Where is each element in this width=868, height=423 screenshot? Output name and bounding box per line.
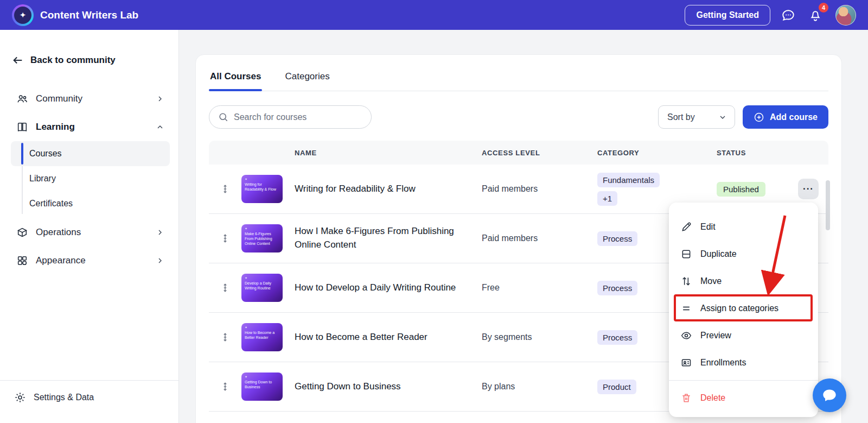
notifications-button[interactable]: 4 (808, 7, 825, 23)
app-logo-icon: ✦ (12, 4, 34, 26)
tab-label: All Courses (210, 71, 261, 81)
active-item-indicator (21, 143, 23, 165)
sidebar-item-label: Operations (36, 227, 81, 238)
scrollbar-thumb[interactable] (826, 180, 830, 230)
tab-categories[interactable]: Categories (284, 71, 330, 91)
chevron-right-icon (156, 256, 164, 265)
access-level: By plans (482, 382, 597, 392)
back-to-community-label: Back to community (30, 55, 116, 66)
course-name: Writing for Readability & Flow (295, 182, 482, 196)
menu-item-move[interactable]: Move (669, 268, 818, 295)
getting-started-button[interactable]: Getting Started (685, 5, 770, 26)
drag-handle-icon[interactable] (209, 382, 241, 392)
messages-button[interactable] (781, 7, 797, 23)
sidebar-item-label: Certificates (29, 199, 73, 209)
pencil-icon (681, 222, 692, 232)
access-level: Paid members (482, 184, 597, 194)
sparkle-icon: ✦ (245, 375, 279, 378)
active-tab-indicator (209, 89, 262, 91)
plus-circle-icon (754, 112, 764, 123)
chevron-down-icon (718, 113, 727, 122)
status-badge: Published (717, 182, 765, 197)
sidebar-item-library[interactable]: Library (11, 166, 170, 191)
category-overflow-badge: +1 (597, 191, 617, 206)
sidebar-item-label: Library (29, 174, 56, 184)
course-name: Getting Down to Business (295, 380, 482, 394)
toolbar-actions: Sort by Add course (658, 105, 828, 129)
people-icon (16, 93, 28, 105)
chevron-right-icon (156, 228, 164, 237)
layout-grid-icon (16, 255, 28, 267)
back-to-community-link[interactable]: Back to community (12, 54, 170, 66)
sidebar-item-certificates[interactable]: Certificates (11, 191, 170, 216)
course-thumbnail: ✦ Develop a Daily Writing Routine (241, 274, 283, 302)
drag-handle-icon[interactable] (209, 233, 241, 243)
course-thumbnail: ✦ How to Become a Better Reader (241, 323, 283, 351)
menu-item-label: Duplicate (700, 249, 737, 259)
search-box[interactable] (209, 105, 372, 129)
sparkle-icon: ✦ (245, 227, 279, 230)
course-name: How to Develop a Daily Writing Routine (295, 281, 482, 295)
category-badge: Process (597, 281, 637, 295)
eye-icon (681, 330, 692, 341)
equals-icon (681, 303, 692, 314)
notification-count-badge: 4 (819, 3, 828, 12)
menu-item-delete[interactable]: Delete (669, 384, 818, 412)
topbar: ✦ Content Writers Lab Getting Started (0, 0, 868, 30)
chat-widget-button[interactable] (813, 378, 846, 412)
menu-item-edit[interactable]: Edit (669, 213, 818, 241)
row-actions-button[interactable]: ··· (798, 179, 819, 199)
toolbar: Sort by Add course (209, 105, 828, 129)
menu-item-duplicate[interactable]: Duplicate (669, 241, 818, 268)
sparkle-icon: ✦ (14, 7, 31, 24)
chevron-right-icon (156, 94, 164, 103)
tab-all-courses[interactable]: All Courses (209, 71, 262, 91)
thumbnail-title: How to Become a Better Reader (245, 330, 279, 340)
trash-icon (681, 393, 692, 403)
sort-by-select[interactable]: Sort by (658, 105, 735, 129)
course-name: How to Become a Better Reader (295, 331, 482, 344)
settings-label: Settings & Data (34, 393, 94, 402)
sidebar-item-label: Community (36, 93, 82, 104)
course-thumbnail: ✦ Getting Down to Business (241, 373, 283, 401)
tabs-bar: All Courses Categories (209, 55, 828, 91)
access-level: Paid members (482, 233, 597, 243)
drag-handle-icon[interactable] (209, 184, 241, 194)
sidebar-item-label: Learning (36, 122, 75, 132)
app-title: Content Writers Lab (40, 9, 138, 21)
chat-bubble-icon (781, 8, 797, 22)
thumbnail-title: Develop a Daily Writing Routine (245, 281, 279, 291)
sort-by-label: Sort by (667, 112, 695, 122)
menu-item-preview[interactable]: Preview (669, 322, 818, 349)
menu-item-label: Move (700, 276, 722, 286)
category-badge: Fundamentals (597, 173, 660, 187)
add-course-button[interactable]: Add course (743, 105, 828, 129)
access-level: Free (482, 283, 597, 293)
sidebar-item-operations[interactable]: Operations (11, 218, 170, 247)
id-badge-icon (681, 357, 692, 368)
settings-and-data-link[interactable]: Settings & Data (0, 380, 178, 423)
table-header-row: NAME ACCESS LEVEL CATEGORY STATUS (209, 141, 828, 165)
drag-handle-icon[interactable] (209, 283, 241, 293)
access-level: By segments (482, 332, 597, 342)
menu-item-label: Enrollments (700, 358, 746, 368)
sidebar: Back to community Community Learnin (0, 30, 179, 423)
sidebar-item-community[interactable]: Community (11, 85, 170, 113)
menu-item-assign-to-categories[interactable]: Assign to categories (669, 295, 818, 322)
chevron-up-icon (156, 123, 164, 131)
menu-item-label: Assign to categories (700, 304, 778, 313)
sidebar-item-learning[interactable]: Learning (11, 113, 170, 141)
arrow-left-icon (12, 54, 24, 66)
add-course-label: Add course (770, 112, 818, 122)
user-avatar[interactable] (835, 5, 856, 26)
menu-item-enrollments[interactable]: Enrollments (669, 349, 818, 376)
category-badge: Process (597, 231, 637, 246)
sidebar-item-appearance[interactable]: Appearance (11, 247, 170, 275)
topbar-actions: Getting Started 4 (685, 5, 856, 26)
cube-icon (16, 226, 28, 238)
brand[interactable]: ✦ Content Writers Lab (12, 4, 138, 26)
search-input[interactable] (234, 112, 362, 122)
drag-handle-icon[interactable] (209, 332, 241, 342)
arrows-up-down-icon (681, 276, 692, 287)
sidebar-item-courses[interactable]: Courses (11, 141, 170, 166)
